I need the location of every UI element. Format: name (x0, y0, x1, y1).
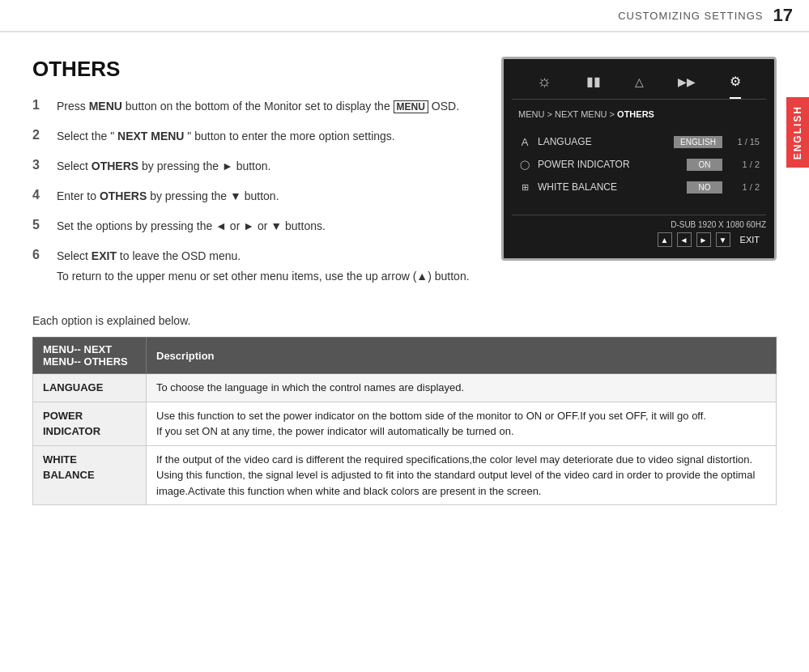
osd-settings-icon: ⚙ (730, 74, 741, 89)
language-sidebar: ENGLISH (786, 97, 809, 168)
table-row-language: LANGUAGE To choose the language in which… (33, 374, 777, 402)
each-option-text: Each option is explained below. (32, 314, 777, 327)
osd-item-white-balance: ⊞ WHITE BALANCE NO 1 / 2 (512, 176, 766, 198)
page-header: CUSTOMIZING SETTINGS 17 (0, 0, 809, 32)
page-number: 17 (773, 5, 793, 26)
osd-white-balance-value: NO (687, 181, 722, 194)
breadcrumb-sep2: > (610, 109, 617, 119)
osd-nav-right[interactable]: ► (696, 232, 711, 247)
osd-exit-label[interactable]: EXIT (740, 235, 760, 245)
left-column: OTHERS 1 Press MENU button on the bottom… (32, 57, 477, 298)
step-4: 4 Enter to OTHERS by pressing the ▼ butt… (32, 188, 477, 205)
osd-item-language: A LANGUAGE ENGLISH 1 / 15 (512, 130, 766, 153)
options-table: MENU-- NEXT MENU-- OTHERS Description LA… (32, 337, 777, 505)
step-2: 2 Select the " NEXT MENU " button to ent… (32, 128, 477, 145)
breadcrumb-others: OTHERS (617, 109, 654, 119)
step-text-5: Set the options by pressing the ◄ or ► o… (57, 218, 326, 235)
osd-auto-icon: △ (635, 75, 644, 88)
osd-item-power-indicator: ◯ POWER INDICATOR ON 1 / 2 (512, 153, 766, 176)
osd-white-balance-label: WHITE BALANCE (538, 181, 680, 193)
osd-power-num: 1 / 2 (735, 159, 760, 169)
step-num-2: 2 (32, 128, 47, 142)
language-label: ENGLISH (792, 105, 803, 159)
osd-screenshot: ☼ ▮▮ △ ▶▶ ⚙ MENU > NEXT MENU > OTHERS A … (501, 57, 777, 298)
table-cell-language-desc: To choose the language in which the cont… (147, 374, 777, 402)
step-5: 5 Set the options by pressing the ◄ or ►… (32, 218, 477, 235)
step-num-3: 3 (32, 158, 47, 172)
step-num-1: 1 (32, 98, 47, 113)
osd-nav-left[interactable]: ◄ (677, 232, 692, 247)
table-row-power-indicator: POWERINDICATOR Use this function to set … (33, 402, 777, 445)
step-text-6: Select EXIT to leave the OSD menu. To re… (57, 248, 470, 285)
table-cell-power-menu: POWERINDICATOR (33, 402, 147, 445)
step-3: 3 Select OTHERS by pressing the ► button… (32, 158, 477, 175)
osd-resolution: D-SUB 1920 X 1080 60HZ (512, 215, 766, 229)
osd-language-icon: A (518, 135, 531, 148)
table-cell-language-menu: LANGUAGE (33, 374, 147, 402)
osd-brightness-icon: ☼ (537, 72, 551, 91)
table-row-white-balance: WHITEBALANCE If the output of the video … (33, 445, 777, 505)
step-text-4: Enter to OTHERS by pressing the ▼ button… (57, 188, 279, 205)
osd-white-balance-num: 1 / 2 (735, 182, 760, 192)
table-header-menu: MENU-- NEXT MENU-- OTHERS (33, 338, 147, 374)
osd-nav-down[interactable]: ▼ (716, 232, 730, 247)
osd-display: ☼ ▮▮ △ ▶▶ ⚙ MENU > NEXT MENU > OTHERS A … (501, 57, 777, 261)
osd-breadcrumb: MENU > NEXT MENU > OTHERS (512, 106, 766, 122)
osd-power-icon: ◯ (518, 158, 531, 171)
table-cell-wb-menu: WHITEBALANCE (33, 445, 147, 505)
osd-white-balance-icon: ⊞ (518, 181, 531, 194)
step-num-6: 6 (32, 248, 47, 262)
step-6: 6 Select EXIT to leave the OSD menu. To … (32, 248, 477, 285)
breadcrumb-sep1: > (547, 109, 554, 119)
bottom-section: Each option is explained below. MENU-- N… (0, 314, 809, 521)
section-title: CUSTOMIZING SETTINGS (618, 10, 763, 22)
table-cell-wb-desc: If the output of the video card is diffe… (147, 445, 777, 505)
osd-language-value: ENGLISH (674, 136, 722, 148)
table-header-desc: Description (147, 338, 777, 374)
breadcrumb-next: NEXT MENU (555, 109, 607, 119)
table-cell-power-desc: Use this function to set the power indic… (147, 402, 777, 445)
osd-volume-icon: ▶▶ (678, 75, 696, 88)
osd-language-label: LANGUAGE (538, 136, 667, 147)
osd-icon-bar: ☼ ▮▮ △ ▶▶ ⚙ (512, 67, 766, 100)
step-num-5: 5 (32, 218, 47, 232)
breadcrumb-menu: MENU (518, 109, 544, 119)
osd-language-num: 1 / 15 (735, 137, 760, 147)
step-num-4: 4 (32, 188, 47, 202)
osd-nav-up[interactable]: ▲ (658, 232, 672, 247)
main-content: OTHERS 1 Press MENU button on the bottom… (0, 32, 809, 314)
step-text-3: Select OTHERS by pressing the ► button. (57, 158, 270, 175)
steps-list: 1 Press MENU button on the bottom of the… (32, 98, 477, 285)
osd-power-value: ON (687, 159, 722, 171)
table-header-row: MENU-- NEXT MENU-- OTHERS Description (33, 338, 777, 374)
step-text-2: Select the " NEXT MENU " button to enter… (57, 128, 395, 145)
step-text-1: Press MENU button on the bottom of the M… (57, 98, 459, 115)
section-heading: OTHERS (32, 57, 477, 82)
osd-contrast-icon: ▮▮ (586, 74, 601, 89)
osd-power-label: POWER INDICATOR (538, 159, 680, 170)
step-1: 1 Press MENU button on the bottom of the… (32, 98, 477, 115)
osd-resolution-text: D-SUB 1920 X 1080 60HZ (671, 220, 766, 229)
osd-nav-bar: ▲ ◄ ► ▼ EXIT (512, 229, 766, 250)
